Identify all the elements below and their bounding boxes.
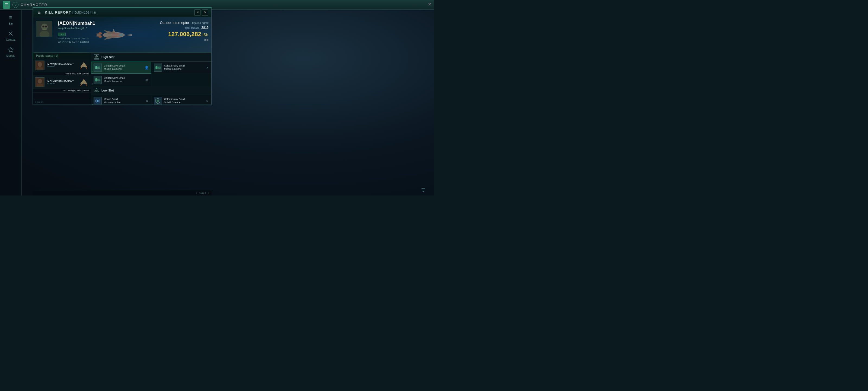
high-slot-header: High Slot <box>91 53 211 62</box>
close-button[interactable]: ✕ <box>428 2 431 7</box>
svg-rect-44 <box>95 66 97 69</box>
percent-2: 100% <box>83 89 89 92</box>
slot-name-l2: Caldari Navy SmallShield Extender <box>164 98 204 104</box>
slot-number-h1: 1 <box>92 71 93 73</box>
total-damage-label: Total damage: <box>185 27 200 29</box>
slot-name-l1: 'Scout' SmallMicrowarpdrive <box>104 98 143 104</box>
high-slot-item-2[interactable]: 1 Caldari Navy SmallMissile Launcher ✕ <box>151 62 211 74</box>
participant-avatar-2 <box>35 77 44 87</box>
bio-icon: ☰ <box>7 13 15 22</box>
bottom-bar: ‹ Page 8 › <box>33 190 212 196</box>
damage-2: 2815 <box>76 89 82 92</box>
slot-name-h3: Caldari Navy SmallMissile Launcher <box>104 77 143 83</box>
slot-name-h2: Caldari Navy SmallMissile Launcher <box>164 64 204 71</box>
slot-icon-l2 <box>154 97 162 105</box>
sidebar-combat-label: Combat <box>6 38 16 41</box>
slot-number-l1: 1 <box>92 104 93 105</box>
page-title: CHARACTER <box>21 3 48 7</box>
medals-icon <box>7 46 15 54</box>
high-slot-item-1[interactable]: 1 Caldari Navy SmallMissile Launcher 👤 <box>91 62 151 74</box>
svg-rect-9 <box>42 26 44 27</box>
sidebar-item-bio[interactable]: ☰ Bio <box>6 12 16 26</box>
close-icon-l2: ✕ <box>206 99 209 103</box>
svg-marker-2 <box>8 47 13 52</box>
svg-point-22 <box>119 34 123 36</box>
svg-point-41 <box>96 58 97 58</box>
participant-stats-1: Final Blow | 2815 | 100% <box>33 72 91 76</box>
damage-1: 2815 <box>76 73 82 75</box>
ship-class-label: Frigate <box>200 22 209 24</box>
svg-marker-36 <box>80 79 87 84</box>
ship-image <box>84 18 144 53</box>
participant-avatar-1 <box>35 60 44 70</box>
slot-number-h3: 1 <box>92 83 93 85</box>
high-slot-grid: 1 Caldari Navy SmallMissile Launcher 👤 <box>91 62 211 86</box>
sidebar-bio-label: Bio <box>9 22 12 25</box>
svg-point-56 <box>96 91 97 91</box>
filter-button[interactable] <box>421 188 426 193</box>
high-slot-label: High Slot <box>101 55 115 59</box>
menu-button[interactable]: ☰ <box>3 1 10 9</box>
modal-actions: ↗ ✕ <box>194 9 208 16</box>
modal-title: KILL REPORT [ID:5341084] ⎘ <box>45 10 96 15</box>
sidebar-item-medals[interactable]: Medals <box>5 45 16 58</box>
isk-value: 127,006,282 <box>168 31 201 37</box>
low-slot-icon <box>94 88 99 93</box>
modal-header: ☰ KILL REPORT [ID:5341084] ⎘ ↗ ✕ <box>33 8 211 18</box>
page-info: Page 8 <box>199 192 206 194</box>
slot-number-l2: 1 <box>152 104 154 105</box>
victim-kill-badge: 1 Kill <box>58 33 66 36</box>
svg-rect-52 <box>95 78 97 81</box>
svg-rect-24 <box>113 36 120 36</box>
total-damage-value: 2815 <box>201 26 209 30</box>
high-slot-empty <box>151 74 211 86</box>
participant-ship-icon-1 <box>79 61 89 69</box>
menu-icon: ☰ <box>5 3 8 7</box>
close-icon-h3: ✕ <box>145 78 149 82</box>
modal-menu-button[interactable]: ☰ <box>36 9 42 16</box>
low-slot-grid: 1 'Scout' SmallMicrowarpdrive ✕ 1 <box>91 95 211 105</box>
next-arrow[interactable]: › <box>208 191 209 194</box>
svg-point-59 <box>97 100 98 102</box>
slot-icon-h3 <box>94 76 102 84</box>
svg-point-18 <box>98 36 102 38</box>
bottom-value: 1,376.23 <box>35 101 43 104</box>
modal-close-button[interactable]: ✕ <box>202 9 208 16</box>
participants-header: Participants [1] <box>33 53 91 59</box>
person-icon-h1: 👤 <box>145 66 149 69</box>
participant-name-1: [MATE]Drilldo of Amarr <box>46 63 77 65</box>
slots-panel: High Slot 1 Caldari Navy SmallMi <box>91 53 211 105</box>
participants-panel: Participants [1] [MATE]Drilldo of Amarr … <box>33 53 91 105</box>
content-area: Participants [1] [MATE]Drilldo of Amarr … <box>33 53 211 105</box>
character-icon: ⊙ <box>12 2 19 8</box>
final-blow-label: Final Blow <box>65 73 75 75</box>
svg-point-19 <box>98 32 102 34</box>
low-slot-item-2[interactable]: 1 Caldari Navy SmallShield Extender ✕ <box>151 95 211 105</box>
svg-marker-13 <box>125 34 132 35</box>
sidebar-medals-label: Medals <box>6 54 15 57</box>
slot-icon-l1 <box>94 97 102 105</box>
svg-rect-23 <box>113 34 120 34</box>
svg-marker-29 <box>80 62 87 67</box>
sidebar-item-combat[interactable]: Combat <box>5 29 17 43</box>
export-button[interactable]: ↗ <box>194 9 200 16</box>
low-slot-label: Low Slot <box>101 89 114 92</box>
slot-icon-h2 <box>154 63 162 72</box>
victim-section: [AEON]Numbah1 Warp Scramble Strength: 0 … <box>33 18 211 53</box>
high-slot-icon <box>94 54 99 60</box>
prev-arrow[interactable]: ‹ <box>196 191 197 194</box>
svg-rect-10 <box>45 26 47 27</box>
participant-item-1[interactable]: [MATE]Drilldo of Amarr Tornado <box>33 59 91 72</box>
high-slot-item-3[interactable]: 1 Caldari Navy SmallMissile Launcher ✕ <box>91 74 151 86</box>
low-slot-item-1[interactable]: 1 'Scout' SmallMicrowarpdrive ✕ <box>91 95 151 105</box>
vitruvian-icon: ⊙ <box>14 3 17 6</box>
participant-item-2[interactable]: [MATE]Drilldo of Amarr Tornado <box>33 76 91 89</box>
participant-ship-2: Tornado <box>46 82 77 85</box>
modal-id: [ID:5341084] <box>72 11 93 14</box>
participant-info-1: [MATE]Drilldo of Amarr Tornado <box>46 63 77 68</box>
left-sidebar: ☰ Bio Combat Medals <box>0 10 22 196</box>
svg-line-37 <box>80 84 82 86</box>
ship-type: Condor Interceptor <box>160 21 189 25</box>
slot-number-h2: 1 <box>152 71 154 73</box>
participant-stats-2: Top Damage | 2815 | 100% <box>33 89 91 92</box>
